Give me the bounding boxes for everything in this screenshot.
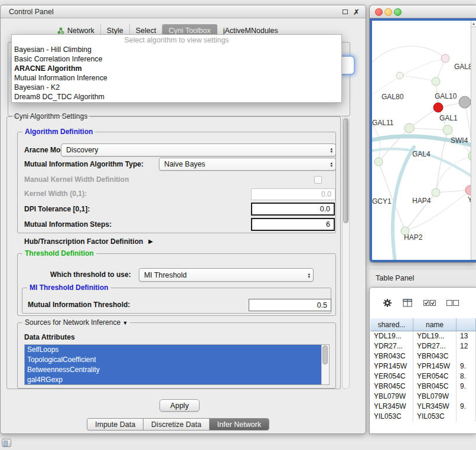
mi-threshold-input[interactable]: 0.5	[249, 299, 331, 311]
algorithm-dropdown-popup: Select algorithm to view settings Bayesi…	[11, 34, 342, 103]
table-cell	[457, 392, 476, 402]
table-row[interactable]: YER054CYER054C8.	[370, 371, 476, 381]
cyni-bottom-tabs: Impute Data Discretize Data Infer Networ…	[87, 418, 269, 431]
popup-item[interactable]: Dream8 DC_TDC Algorithm	[12, 92, 341, 102]
network-node[interactable]	[432, 77, 440, 86]
combobox-value: Naive Bayes	[164, 160, 206, 168]
tab-label: Style	[107, 27, 123, 35]
network-edge[interactable]	[409, 128, 448, 130]
close-traffic-light-icon[interactable]	[375, 8, 383, 16]
network-edge[interactable]	[372, 125, 380, 162]
mi-steps-input[interactable]: 6	[251, 218, 335, 231]
node-label: HAP4	[412, 197, 431, 205]
combobox-value: MI Threshold	[144, 271, 187, 279]
network-node[interactable]	[405, 123, 414, 133]
mi-algorithm-type-label: Mutual Information Algorithm Type:	[24, 158, 144, 171]
minimize-traffic-light-icon[interactable]	[384, 8, 392, 16]
popup-item[interactable]: Bayesian - Hill Climbing	[12, 45, 341, 54]
popup-item[interactable]: Mutual Information Inference	[12, 73, 341, 83]
aracne-mode-combobox[interactable]: Discovery ▴▾	[61, 144, 336, 156]
network-node[interactable]	[443, 125, 452, 135]
float-window-icon[interactable]	[343, 9, 348, 14]
combo-arrows-icon: ▴▾	[330, 147, 332, 153]
list-item[interactable]: gal4RGexp	[25, 375, 322, 385]
list-item[interactable]: SelfLoops	[25, 345, 322, 355]
node-label: GAL1	[439, 114, 458, 122]
network-node[interactable]	[433, 103, 443, 112]
mi-algorithm-type-combobox[interactable]: Naive Bayes ▴▾	[159, 158, 336, 171]
column-header-name[interactable]: name	[413, 318, 457, 331]
window-title: Control Panel	[9, 5, 54, 18]
close-window-icon[interactable]: ✗	[353, 8, 360, 16]
table-row[interactable]: YDL19...YDL19...13	[370, 331, 476, 341]
table-cell: YBL079W	[370, 392, 413, 402]
network-canvas[interactable]: GAL8GAL80GAL10GAL11GAL1SWI4GAL4GCY1HAP4Y…	[372, 21, 476, 260]
tab-impute-data[interactable]: Impute Data	[87, 418, 144, 431]
apply-button[interactable]: Apply	[159, 399, 200, 412]
manual-kernel-width-checkbox[interactable]	[314, 176, 322, 184]
manual-kernel-width-label: Manual Kernel Width Definition	[24, 174, 129, 185]
node-label: HAP2	[404, 233, 423, 242]
network-node[interactable]	[441, 54, 449, 63]
popup-item-selected[interactable]: ARACNE Algorithm	[12, 64, 341, 73]
network-edge[interactable]	[409, 107, 438, 128]
titlebar-buttons: ✗	[343, 5, 360, 18]
table-cell: YER054C	[370, 371, 413, 381]
network-edge[interactable]	[436, 190, 470, 193]
hub-definition-label: Hub/Transcription Factor Definition	[24, 237, 143, 246]
table-cell: YLR345W	[413, 402, 457, 412]
table-toolbar	[370, 288, 476, 318]
settings-scrollbar[interactable]	[342, 116, 350, 389]
group-title: Threshold Definition	[22, 249, 96, 257]
which-threshold-combobox[interactable]: MI Threshold ▴▾	[139, 268, 314, 282]
tab-label: Network	[67, 27, 94, 35]
tab-discretize-data[interactable]: Discretize Data	[143, 418, 210, 431]
node-label: GAL10	[435, 92, 457, 100]
mi-threshold-label: Mutual Information Threshold:	[28, 298, 130, 312]
column-header-cut[interactable]	[457, 318, 476, 331]
table-row[interactable]: YBL079WYBL079W	[370, 392, 476, 402]
network-node[interactable]	[432, 188, 440, 197]
table-row[interactable]: YIL053CYIL053C	[370, 412, 476, 422]
minimized-window-icon[interactable]	[2, 439, 11, 447]
data-attributes-label: Data Attributes	[24, 332, 75, 342]
network-scrollbar[interactable]: ▲	[471, 21, 476, 260]
zoom-traffic-light-icon[interactable]	[394, 8, 402, 16]
select-all-checks-icon[interactable]	[423, 300, 436, 306]
popup-item[interactable]: Bayesian - K2	[12, 83, 341, 92]
table-row[interactable]: YBR043CYBR043C	[370, 351, 476, 361]
network-node[interactable]	[374, 158, 383, 166]
hub-definition-disclosure[interactable]: Hub/Transcription Factor Definition ▶	[24, 237, 153, 246]
scroll-up-icon[interactable]: ▲	[471, 21, 476, 27]
network-edge[interactable]	[372, 46, 445, 63]
settings-gear-icon[interactable]	[383, 298, 392, 308]
network-edge[interactable]	[393, 147, 414, 260]
table-row[interactable]: YPR145WYPR145W9.	[370, 361, 476, 371]
network-node[interactable]	[459, 96, 471, 108]
network-node[interactable]	[396, 72, 403, 79]
network-graph[interactable]: GAL8GAL80GAL10GAL11GAL1SWI4GAL4GCY1HAP4Y…	[372, 21, 476, 260]
table-row[interactable]: YBR045CYBR045C9.	[370, 381, 476, 392]
tab-infer-network[interactable]: Infer Network	[209, 418, 269, 431]
table-row[interactable]: YLR345WYLR345W9.	[370, 402, 476, 412]
column-visibility-icon[interactable]	[403, 299, 413, 308]
panel-divider	[369, 269, 476, 269]
table-row[interactable]: YDR27...YDR27...12	[370, 341, 476, 351]
scrollbar-thumb[interactable]	[343, 118, 348, 223]
deselect-all-checks-icon[interactable]	[446, 300, 459, 306]
table-cell: YDL19...	[413, 331, 457, 341]
network-edge[interactable]	[400, 76, 436, 81]
popup-item[interactable]: Basic Correlation Inference	[12, 54, 341, 64]
column-header-shared-name[interactable]: shared...	[370, 318, 413, 331]
table-cell: YER054C	[413, 371, 457, 381]
table-cell: 9.	[457, 381, 476, 392]
list-scrollbar[interactable]	[321, 345, 329, 384]
table-panel-title: Table Panel	[376, 274, 414, 282]
network-edge[interactable]	[379, 128, 409, 162]
table-cell: YPR145W	[413, 361, 457, 371]
dpi-tolerance-input[interactable]: 0.0	[251, 203, 335, 216]
list-item[interactable]: TopologicalCoefficient	[25, 355, 322, 365]
scrollbar-thumb[interactable]	[322, 345, 328, 364]
network-view-window: GAL8GAL80GAL10GAL11GAL1SWI4GAL4GCY1HAP4Y…	[369, 5, 476, 263]
list-item[interactable]: BetweennessCentrality	[25, 365, 322, 375]
